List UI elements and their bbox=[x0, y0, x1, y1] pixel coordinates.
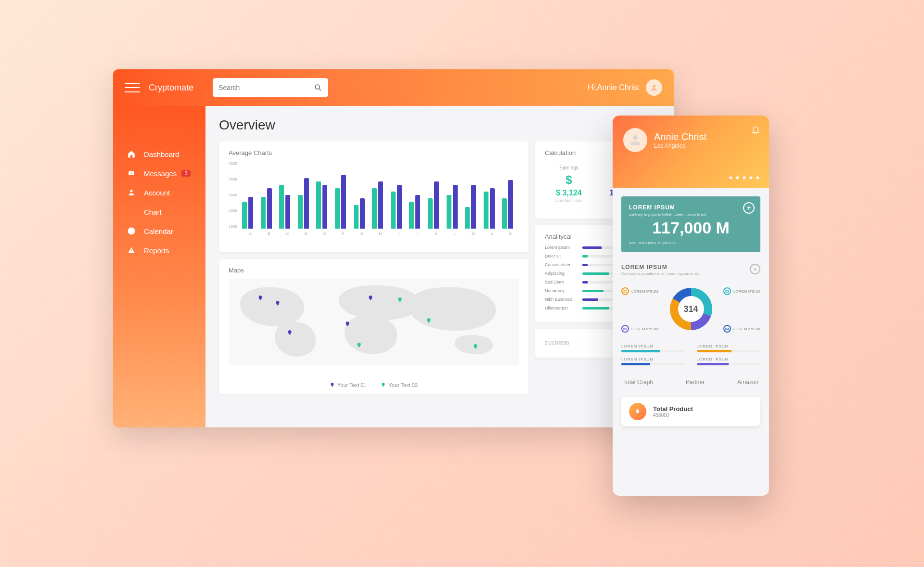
svg-point-4 bbox=[130, 190, 132, 192]
dashboard-window: Cryptomate Hi,Annie Christ Dashboard Mes… bbox=[113, 69, 674, 427]
total-product-card[interactable]: Total Product 456000 bbox=[621, 397, 760, 426]
tab-partner[interactable]: Partner bbox=[686, 379, 705, 386]
avatar[interactable] bbox=[623, 128, 647, 152]
total-value: 456000 bbox=[653, 412, 693, 418]
tab-amazon[interactable]: Amazon bbox=[737, 379, 758, 386]
dollar-icon: $ bbox=[545, 173, 593, 187]
pie-icon bbox=[127, 226, 136, 236]
search-box[interactable] bbox=[213, 78, 328, 97]
svg-line-1 bbox=[319, 89, 321, 90]
sidebar-item-account[interactable]: Account bbox=[113, 183, 205, 202]
donut-center: 314 bbox=[678, 296, 704, 322]
svg-point-2 bbox=[653, 85, 655, 88]
mobile-panel: Annie Christ Los Angeles ★★★★★ + LOREM I… bbox=[613, 116, 769, 496]
sidebar-item-label: Reports bbox=[144, 246, 169, 255]
greeting-text: Hi,Annie Christ bbox=[588, 83, 639, 92]
tab-total-graph[interactable]: Total Graph bbox=[623, 379, 653, 386]
card-title: Average Charts bbox=[229, 149, 519, 156]
user-icon bbox=[127, 188, 136, 197]
page-title: Overview bbox=[219, 117, 660, 133]
sidebar-item-messages[interactable]: Messages3 bbox=[113, 164, 205, 183]
user-name: Annie Christ bbox=[654, 131, 706, 142]
svg-rect-3 bbox=[128, 171, 134, 175]
search-icon bbox=[314, 83, 322, 92]
alert-icon bbox=[127, 245, 136, 255]
world-map bbox=[229, 279, 519, 365]
add-icon[interactable]: + bbox=[750, 264, 760, 274]
donut-section: + LOREM IPSUM Contrary to popular belief… bbox=[621, 264, 760, 365]
card-title: Maps bbox=[229, 267, 519, 274]
sidebar-item-label: Chart bbox=[144, 208, 162, 216]
sidebar-item-dashboard[interactable]: Dashboard bbox=[113, 144, 205, 164]
maps-card: Maps bbox=[219, 259, 528, 394]
mail-icon bbox=[127, 168, 136, 178]
avatar[interactable] bbox=[646, 79, 662, 96]
sidebar-item-chart[interactable]: Chart bbox=[113, 202, 205, 221]
brand-title: Cryptomate bbox=[149, 83, 193, 93]
mobile-header: Annie Christ Los Angeles ★★★★★ bbox=[613, 116, 769, 188]
total-label: Total Product bbox=[653, 405, 693, 412]
svg-point-0 bbox=[315, 85, 320, 89]
y-axis-labels: 40002500200015001000 bbox=[229, 161, 237, 229]
bar-chart bbox=[242, 161, 519, 229]
rating-stars: ★★★★★ bbox=[728, 174, 760, 181]
menu-icon[interactable] bbox=[125, 83, 140, 92]
earnings-value: $ 3,124 bbox=[545, 189, 593, 197]
sidebar-item-reports[interactable]: Reports bbox=[113, 241, 205, 260]
fire-icon bbox=[629, 403, 646, 420]
donut-chart: 314 bbox=[670, 288, 712, 330]
header: Cryptomate Hi,Annie Christ bbox=[113, 69, 674, 106]
sidebar-item-label: Messages bbox=[144, 169, 177, 178]
main-content: Overview Average Charts 4000250020001500… bbox=[205, 106, 674, 427]
recent-date: 01/12/2020 bbox=[545, 341, 569, 346]
home-icon bbox=[127, 149, 136, 159]
stat-card: + LOREM IPSUM contrary to popular belief… bbox=[621, 196, 760, 252]
sidebar-item-label: Account bbox=[144, 189, 170, 197]
user-location: Los Angeles bbox=[654, 142, 706, 149]
tabs: Total Graph Partner Amazon bbox=[621, 379, 760, 386]
badge: 3 bbox=[181, 170, 190, 177]
stat-value: 117,000 M bbox=[629, 219, 753, 237]
average-charts-card: Average Charts 40002500200015001000 ABCD… bbox=[219, 142, 528, 252]
search-input[interactable] bbox=[218, 84, 314, 91]
map-legend: Your Text 01 Your Text 02 bbox=[330, 382, 418, 388]
svg-point-5 bbox=[633, 135, 638, 140]
earnings-label: Earnings bbox=[545, 165, 593, 170]
sidebar-item-calendar[interactable]: Calendar bbox=[113, 221, 205, 241]
sidebar-item-label: Calendar bbox=[144, 227, 173, 235]
sidebar-item-label: Dashboard bbox=[144, 150, 179, 158]
x-axis-labels: ABCDEFGHIJKLMNO bbox=[242, 232, 519, 236]
sidebar: Dashboard Messages3 Account Chart Calend… bbox=[113, 106, 205, 427]
bell-icon[interactable] bbox=[751, 125, 760, 135]
